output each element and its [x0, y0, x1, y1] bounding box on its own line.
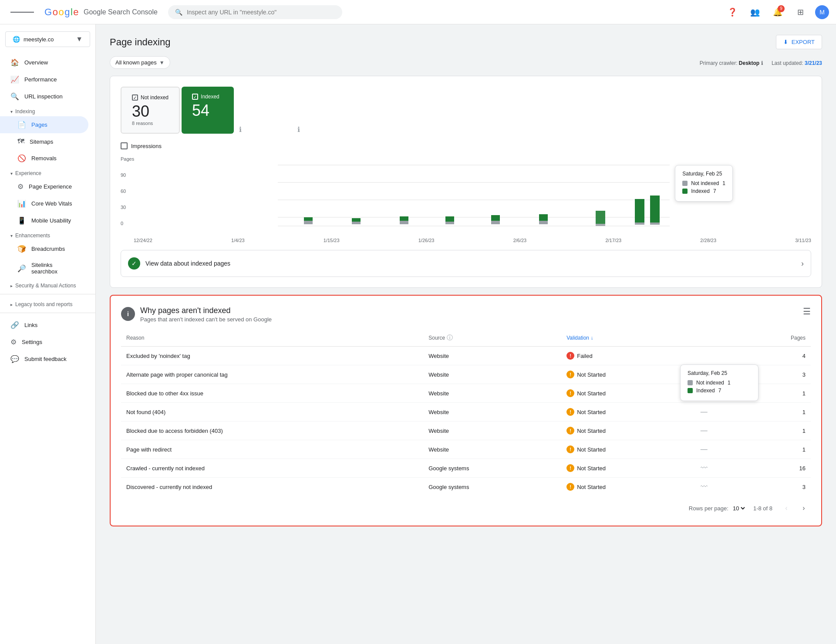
col-validation[interactable]: Validation ↓: [561, 330, 695, 347]
sidebar-section-enhancements[interactable]: ▾ Enhancements: [0, 229, 95, 240]
sidebar-item-page-experience[interactable]: ⚙ Page Experience: [0, 178, 88, 195]
table-row[interactable]: Crawled - currently not indexed Google s…: [121, 459, 811, 478]
stats-row: ✓ Not indexed 30 8 reasons ✓ Indexed 54: [121, 87, 811, 134]
notification-button[interactable]: 🔔 9: [770, 4, 785, 20]
table-row[interactable]: Page with redirect Website ! Not Started…: [121, 440, 811, 459]
settings-icon: ⚙: [10, 338, 17, 346]
notification-badge: 9: [778, 5, 785, 12]
svg-rect-5: [304, 221, 313, 224]
cell-trend: —: [695, 403, 742, 421]
svg-rect-15: [539, 221, 548, 224]
sidebar-section-legacy[interactable]: ▸ Legacy tools and reports: [0, 298, 95, 309]
cell-trend: 〰: [695, 459, 742, 478]
sidebar-item-sitelinks[interactable]: 🔎 Sitelinks searchbox: [0, 257, 88, 279]
last-updated: Last updated: 3/21/23: [772, 60, 822, 66]
indexed-label: ✓ Indexed: [192, 94, 223, 100]
sidebar-label-page-experience: Page Experience: [29, 183, 72, 190]
svg-rect-21: [650, 223, 660, 225]
svg-rect-6: [304, 217, 313, 221]
x-label-6: 2/28/23: [700, 238, 716, 243]
trend-line: —: [701, 445, 708, 453]
all-known-pages-filter[interactable]: All known pages ▼: [110, 56, 170, 69]
next-page-button[interactable]: ›: [797, 501, 811, 515]
sidebar-section-experience[interactable]: ▾ Experience: [0, 167, 95, 178]
site-selector[interactable]: 🌐 meestyle.co ▼: [5, 31, 90, 47]
table-row[interactable]: Excluded by 'noindex' tag Website ! Fail…: [121, 347, 811, 365]
table-row[interactable]: Alternate page with proper canonical tag…: [121, 365, 811, 384]
view-indexed-row[interactable]: ✓ View data about indexed pages ›: [121, 250, 811, 277]
chart-container: Saturday, Feb 25 Not indexed 1 Indexed: [136, 156, 811, 236]
svg-rect-8: [352, 218, 361, 222]
help-button[interactable]: ❓: [725, 4, 740, 20]
status-not-started-icon: !: [566, 371, 574, 378]
sidebar-item-pages[interactable]: 📄 Pages: [0, 116, 88, 133]
col-pages: Pages: [742, 330, 811, 347]
validation-text: Not Started: [577, 390, 606, 397]
svg-rect-20: [635, 199, 644, 223]
crawler-help-icon[interactable]: ℹ: [761, 60, 763, 66]
validation-text: Not Started: [577, 371, 606, 378]
rows-per-page-select[interactable]: 10 25 50: [731, 505, 746, 512]
sidebar-item-links[interactable]: 🔗 Links: [0, 317, 88, 334]
sidebar-item-submit-feedback[interactable]: 💬 Submit feedback: [0, 351, 88, 368]
y-axis-labels: Pages 90 60 30 0: [121, 156, 134, 226]
status-not-started-icon: !: [566, 445, 574, 453]
table-filter-icon[interactable]: ☰: [803, 306, 811, 317]
avatar[interactable]: M: [815, 5, 829, 19]
search-input[interactable]: [187, 9, 335, 16]
section-subtitle: Pages that aren't indexed can't be serve…: [140, 316, 272, 323]
hamburger-menu[interactable]: [7, 7, 37, 17]
not-indexed-table: Reason Source ⓘ Validation ↓: [121, 330, 811, 496]
sort-arrow-icon: ↓: [590, 335, 593, 341]
prev-page-button[interactable]: ‹: [779, 501, 793, 515]
indexed-checkbox: ✓: [192, 94, 198, 100]
sidebar-item-removals[interactable]: 🚫 Removals: [0, 150, 88, 167]
cell-trend: —: [695, 421, 742, 440]
indexed-help-icon[interactable]: ℹ: [297, 125, 300, 134]
table-row[interactable]: Discovered - currently not indexed Googl…: [121, 478, 811, 496]
sidebar-section-security[interactable]: ▸ Security & Manual Actions: [0, 279, 95, 290]
table-row[interactable]: Blocked due to access forbidden (403) We…: [121, 421, 811, 440]
sidebar-item-core-web-vitals[interactable]: 📊 Core Web Vitals: [0, 195, 88, 212]
sidebar-item-overview[interactable]: 🏠 Overview: [0, 54, 88, 71]
sidebar-item-url-inspection[interactable]: 🔍 URL inspection: [0, 88, 88, 105]
impressions-label: Impressions: [131, 143, 162, 149]
x-label-3: 1/26/23: [418, 238, 435, 243]
source-help-icon[interactable]: ⓘ: [447, 334, 453, 341]
page-nav: ‹ ›: [779, 501, 811, 515]
cell-validation: ! Not Started: [561, 440, 695, 459]
google-logo: Google: [44, 7, 78, 18]
export-button[interactable]: ⬇ EXPORT: [776, 35, 822, 49]
rows-per-page: Rows per page: 10 25 50: [689, 505, 746, 512]
sidebar-label-pages: Pages: [31, 121, 47, 128]
search-bar[interactable]: 🔍: [168, 5, 342, 19]
cell-pages: 3: [742, 365, 811, 384]
validation-text: Not Started: [577, 465, 606, 472]
sidebar-section-indexing[interactable]: ▾ Indexing: [0, 105, 95, 116]
impressions-checkbox[interactable]: [121, 142, 128, 149]
view-indexed-text: View data about indexed pages: [145, 260, 230, 267]
not-indexed-help-icon[interactable]: ℹ: [239, 125, 242, 134]
sidebar-item-settings[interactable]: ⚙ Settings: [0, 334, 88, 351]
sidebar-item-sitemaps[interactable]: 🗺 Sitemaps: [0, 133, 88, 150]
admin-button[interactable]: 👥: [747, 4, 763, 20]
cell-validation: ! Not Started: [561, 365, 695, 384]
removals-icon: 🚫: [17, 154, 26, 162]
why-not-indexed-card: i Why pages aren't indexed Pages that ar…: [110, 295, 822, 526]
sidebar: 🌐 meestyle.co ▼ 🏠 Overview 📈 Performance…: [0, 24, 96, 644]
not-indexed-count: 30: [132, 102, 169, 121]
submit-feedback-icon: 💬: [10, 355, 19, 363]
table-row[interactable]: Blocked due to other 4xx issue Website !…: [121, 384, 811, 403]
cell-trend: [695, 365, 742, 384]
svg-rect-14: [491, 215, 500, 221]
sidebar-label-sitemaps: Sitemaps: [30, 138, 53, 145]
sidebar-label-links: Links: [24, 322, 37, 328]
apps-button[interactable]: ⊞: [792, 4, 808, 20]
sidebar-item-mobile-usability[interactable]: 📱 Mobile Usability: [0, 212, 88, 229]
sidebar-item-performance[interactable]: 📈 Performance: [0, 71, 88, 88]
cell-source: Website: [423, 403, 561, 421]
export-label: EXPORT: [792, 39, 815, 45]
sidebar-item-breadcrumbs[interactable]: 🍞 Breadcrumbs: [0, 240, 88, 257]
sidebar-label-performance: Performance: [24, 76, 57, 83]
table-row[interactable]: Not found (404) Website ! Not Started — …: [121, 403, 811, 421]
